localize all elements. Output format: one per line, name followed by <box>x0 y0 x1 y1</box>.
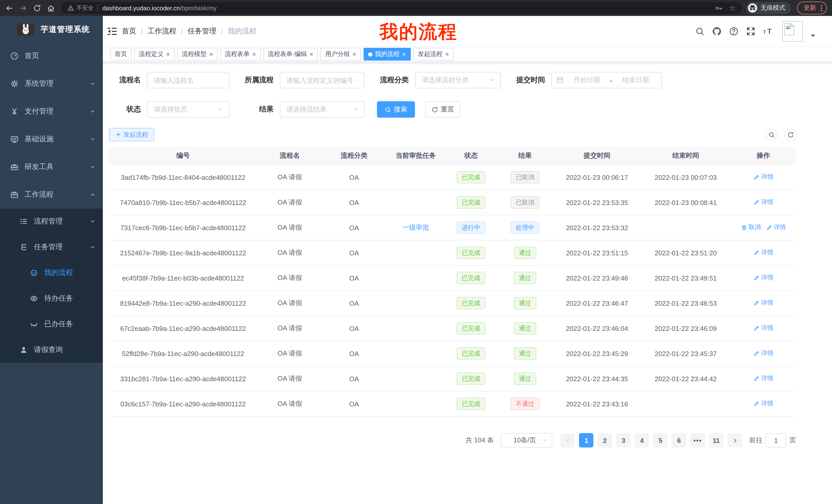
detail-action[interactable]: 详情 <box>753 173 773 181</box>
github-icon[interactable] <box>712 26 722 36</box>
detail-action[interactable]: 详情 <box>753 248 773 257</box>
avatar-caret-down-icon[interactable] <box>810 34 815 37</box>
key-icon[interactable] <box>714 4 723 11</box>
edit-icon <box>766 225 772 231</box>
annotation-overlay: 我的流程 <box>380 20 458 45</box>
browser-home-icon[interactable] <box>45 2 57 13</box>
end-time-cell: 2022-01-22 23:46:53 <box>641 290 731 316</box>
detail-action[interactable]: 详情 <box>766 223 786 232</box>
prev-page-button[interactable] <box>561 433 575 447</box>
cancel-action[interactable]: 取消 <box>741 223 761 232</box>
tab[interactable]: 用户分组× <box>321 48 361 61</box>
more-pages-button[interactable]: ••• <box>690 433 705 447</box>
breadcrumb-item[interactable]: 首页 <box>122 26 136 36</box>
page-button[interactable]: 11 <box>709 433 724 447</box>
sidebar-item[interactable]: 流程管理 <box>0 208 103 234</box>
page-button[interactable]: 1 <box>579 433 594 447</box>
page-button[interactable]: 3 <box>616 433 631 447</box>
result-select[interactable]: 请选择流结果 <box>280 101 365 118</box>
browser-menu-icon[interactable] <box>820 4 823 11</box>
bookmark-star-icon[interactable]: ☆ <box>729 4 736 12</box>
page-button[interactable]: 6 <box>672 433 686 447</box>
breadcrumb-item[interactable]: 工作流程 <box>148 26 176 36</box>
sidebar-item[interactable]: 待办任务 <box>0 286 103 311</box>
current-task-cell <box>386 341 445 366</box>
current-task-link[interactable]: 一级审批 <box>402 223 429 231</box>
sidebar-item[interactable]: 任务管理 <box>0 234 103 260</box>
detail-action[interactable]: 详情 <box>753 198 773 207</box>
action-label: 详情 <box>761 173 773 181</box>
browser-update-button[interactable]: 更新 <box>797 2 827 15</box>
tab[interactable]: 首页 <box>110 48 132 61</box>
refresh-table-button[interactable] <box>785 129 797 141</box>
address-bar[interactable]: 不安全 dashboard.yudao.iocoder.cn/bpm/task/… <box>61 2 742 14</box>
page-content: 流程名 所属流程 流程分类 请选择流程分类 <box>103 64 832 504</box>
process-name-input[interactable] <box>147 72 229 88</box>
page-size-select[interactable]: 10条/页 <box>501 433 552 447</box>
detail-action[interactable]: 详情 <box>753 299 773 307</box>
svg-text:T: T <box>767 27 772 35</box>
detail-action[interactable]: 详情 <box>753 324 773 333</box>
search-icon[interactable] <box>695 26 704 36</box>
process-definition-input[interactable] <box>280 72 365 88</box>
sidebar-item[interactable]: 我的流程 <box>0 260 103 286</box>
page-button[interactable]: 2 <box>598 433 612 447</box>
reset-button[interactable]: 重置 <box>425 101 460 118</box>
chevron-down-icon <box>353 106 359 113</box>
tab[interactable]: 流程表单× <box>220 48 260 61</box>
next-page-button[interactable] <box>728 433 742 447</box>
close-tab-icon[interactable]: × <box>252 51 256 58</box>
process-id-cell: 52ffd28e-7b9a-11ec-a290-acde48001122 <box>108 341 258 366</box>
close-tab-icon[interactable]: × <box>166 51 170 58</box>
page-button[interactable]: 4 <box>635 433 649 447</box>
detail-action[interactable]: 详情 <box>753 374 773 383</box>
result-cell: 通过 <box>497 240 553 265</box>
help-icon[interactable] <box>729 26 738 36</box>
font-size-icon[interactable]: TT <box>763 27 774 35</box>
status-select[interactable]: 请选择状态 <box>147 101 229 118</box>
close-tab-icon[interactable]: × <box>209 51 213 58</box>
close-tab-icon[interactable]: × <box>310 51 313 58</box>
close-tab-icon[interactable]: × <box>402 51 406 58</box>
tab[interactable]: 流程模型× <box>177 48 217 61</box>
fullscreen-icon[interactable] <box>746 26 755 36</box>
end-time-cell <box>641 391 731 416</box>
detail-action[interactable]: 详情 <box>753 274 773 282</box>
tab[interactable]: 发起流程× <box>413 48 453 61</box>
submit-time-cell: 2022-01-22 23:51:15 <box>553 240 641 265</box>
sidebar-item[interactable]: 请假查询 <box>0 337 103 363</box>
sidebar-item[interactable]: 工作流程 <box>0 181 103 208</box>
action-label: 详情 <box>761 399 773 408</box>
detail-action[interactable]: 详情 <box>753 399 773 408</box>
close-tab-icon[interactable]: × <box>445 51 449 58</box>
sidebar-item-label: 请假查询 <box>34 345 63 355</box>
goto-page-input[interactable] <box>766 433 786 447</box>
tab[interactable]: 流程表单-编辑× <box>263 48 318 61</box>
tab[interactable]: 我的流程× <box>364 48 411 61</box>
detail-action[interactable]: 详情 <box>753 349 773 358</box>
create-process-button[interactable]: 发起流程 <box>109 128 154 141</box>
page-button[interactable]: 5 <box>653 433 668 447</box>
search-button[interactable]: 搜索 <box>377 101 415 118</box>
sidebar-item[interactable]: 已办任务 <box>0 311 103 337</box>
not-secure-label: 不安全 <box>77 4 94 12</box>
avatar[interactable] <box>782 21 803 41</box>
tab[interactable]: 流程定义× <box>134 48 175 61</box>
end-time-cell: 2022-01-22 23:49:51 <box>641 265 731 290</box>
sidebar-toggle-icon[interactable] <box>107 26 117 36</box>
show-search-button[interactable] <box>766 129 778 141</box>
browser-back-icon[interactable] <box>3 2 16 13</box>
result-badge: 通过 <box>514 272 536 284</box>
submit-time-daterange[interactable]: 开始日期 - 结束日期 <box>551 72 662 88</box>
sidebar-item[interactable]: 研发工具 <box>0 153 103 181</box>
sidebar-item[interactable]: 基础设施 <box>0 125 103 153</box>
breadcrumb-item[interactable]: 任务管理 <box>188 26 216 36</box>
sidebar-item[interactable]: 系统管理 <box>0 70 103 97</box>
close-tab-icon[interactable]: × <box>353 51 356 58</box>
result-cell: 通过 <box>497 366 553 391</box>
sidebar-item[interactable]: 支付管理 <box>0 97 103 125</box>
browser-forward-icon[interactable] <box>17 2 29 13</box>
category-select[interactable]: 请选择流程分类 <box>415 72 501 88</box>
browser-reload-icon[interactable] <box>31 2 43 13</box>
sidebar-item[interactable]: 首页 <box>0 42 103 70</box>
